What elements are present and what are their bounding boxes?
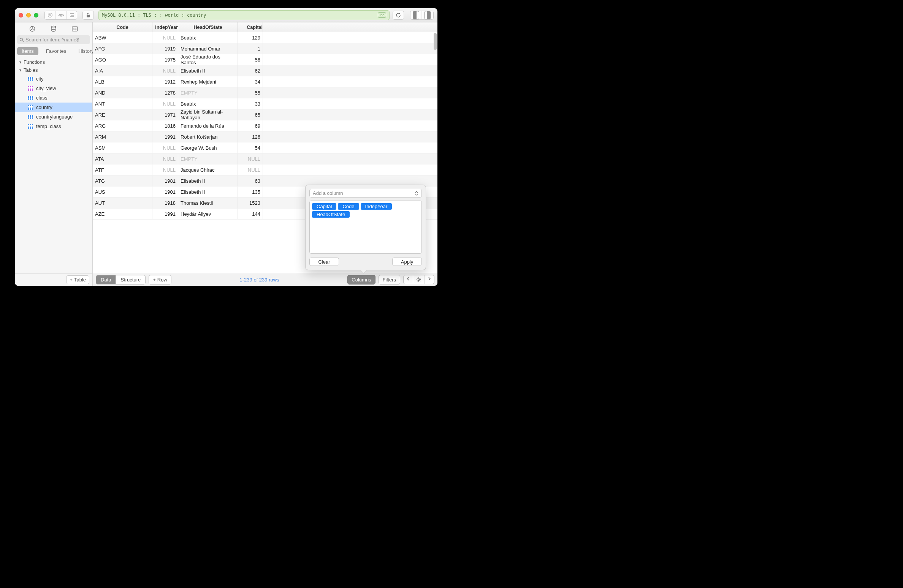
table-cell[interactable]: AUS — [93, 187, 152, 197]
data-tab[interactable]: Data — [96, 275, 116, 284]
lock-button[interactable] — [82, 11, 94, 20]
table-cell[interactable]: 65 — [238, 109, 263, 120]
column-header-code[interactable]: Code — [93, 22, 152, 32]
table-cell[interactable]: Zayid bin Sultan al-Nahayan — [178, 109, 238, 120]
table-row[interactable]: AND1278EMPTY55 — [93, 87, 437, 98]
tab-items[interactable]: Items — [17, 47, 38, 55]
close-button[interactable] — [19, 13, 23, 17]
table-cell[interactable]: 1919 — [152, 43, 178, 54]
table-cell[interactable]: Thomas Klestil — [178, 198, 238, 208]
table-cell[interactable]: ATA — [93, 153, 152, 164]
table-cell[interactable]: Robert Kotšarjan — [178, 131, 238, 142]
column-tag[interactable]: HeadOfState — [312, 211, 350, 218]
table-cell[interactable]: ANT — [93, 98, 152, 109]
table-cell[interactable]: ARM — [93, 131, 152, 142]
sidebar-item-city[interactable]: city — [15, 74, 92, 84]
table-cell[interactable]: 56 — [238, 54, 263, 65]
table-cell[interactable]: NULL — [152, 142, 178, 153]
filters-button[interactable]: Filters — [379, 275, 400, 285]
table-cell[interactable]: ARE — [93, 109, 152, 120]
table-cell[interactable]: AGO — [93, 54, 152, 65]
table-cell[interactable]: Beatrix — [178, 98, 238, 109]
table-row[interactable]: AIANULLElisabeth II62 — [93, 65, 437, 76]
table-cell[interactable]: Elisabeth II — [178, 175, 238, 186]
table-cell[interactable]: ARG — [93, 120, 152, 131]
table-cell[interactable]: Jacques Chirac — [178, 164, 238, 175]
table-cell[interactable]: NULL — [152, 153, 178, 164]
table-cell[interactable]: Fernando de la Rúa — [178, 120, 238, 131]
table-cell[interactable]: George W. Bush — [178, 142, 238, 153]
table-row[interactable]: ATFNULLJacques ChiracNULL — [93, 164, 437, 175]
table-cell[interactable]: NULL — [238, 164, 263, 175]
next-page-button[interactable] — [425, 275, 434, 284]
table-cell[interactable]: José Eduardo dos Santos — [178, 54, 238, 65]
add-table-button[interactable]: + Table — [66, 275, 89, 284]
table-cell[interactable]: AZE — [93, 209, 152, 219]
apply-button[interactable]: Apply — [392, 258, 422, 266]
table-cell[interactable]: 1975 — [152, 54, 178, 65]
column-tag[interactable]: IndepYear — [361, 203, 392, 210]
table-cell[interactable]: 63 — [238, 175, 263, 186]
table-cell[interactable]: EMPTY — [178, 87, 238, 98]
column-tag[interactable]: Code — [338, 203, 359, 210]
table-row[interactable]: AFG1919Mohammad Omar1 — [93, 43, 437, 54]
column-header-indepyear[interactable]: IndepYear — [152, 22, 178, 32]
view-button[interactable] — [55, 11, 66, 19]
table-cell[interactable]: ATG — [93, 175, 152, 186]
table-cell[interactable]: NULL — [152, 32, 178, 43]
table-cell[interactable]: Rexhep Mejdani — [178, 76, 238, 87]
prev-page-button[interactable] — [404, 275, 413, 284]
reload-button[interactable] — [393, 11, 404, 20]
sidebar-item-countrylanguage[interactable]: countrylanguage — [15, 112, 92, 122]
table-cell[interactable]: 135 — [238, 187, 263, 197]
tab-favorites[interactable]: Favorites — [41, 47, 71, 55]
functions-group[interactable]: Functions — [15, 58, 92, 66]
table-cell[interactable]: 1912 — [152, 76, 178, 87]
tables-group[interactable]: Tables — [15, 66, 92, 74]
table-row[interactable]: ANTNULLBeatrix33 — [93, 98, 437, 109]
column-tag[interactable]: Capital — [312, 203, 336, 210]
table-cell[interactable]: 69 — [238, 120, 263, 131]
table-cell[interactable]: Heydär Äliyev — [178, 209, 238, 219]
sidebar-item-class[interactable]: class — [15, 93, 92, 103]
table-row[interactable]: ASMNULLGeorge W. Bush54 — [93, 142, 437, 153]
column-header-headofstate[interactable]: HeadOfState — [178, 22, 238, 32]
connection-info[interactable]: MySQL 8.0.11 : TLS : : world : country l… — [98, 10, 390, 20]
table-row[interactable]: AGO1975José Eduardo dos Santos56 — [93, 54, 437, 65]
table-cell[interactable]: ATF — [93, 164, 152, 175]
table-cell[interactable]: 126 — [238, 131, 263, 142]
table-cell[interactable]: 1278 — [152, 87, 178, 98]
table-cell[interactable]: ABW — [93, 32, 152, 43]
clear-button[interactable]: Clear — [309, 258, 339, 266]
table-cell[interactable]: 144 — [238, 209, 263, 219]
table-cell[interactable]: 1981 — [152, 175, 178, 186]
table-cell[interactable]: NULL — [238, 153, 263, 164]
table-row[interactable]: ATANULLEMPTYNULL — [93, 153, 437, 164]
settings-button[interactable] — [413, 275, 425, 284]
table-cell[interactable]: 34 — [238, 76, 263, 87]
sidebar-item-country[interactable]: country — [15, 103, 92, 112]
table-cell[interactable]: 1991 — [152, 131, 178, 142]
column-header-capital[interactable]: Capital — [238, 22, 263, 32]
add-column-select[interactable]: Add a column — [309, 189, 422, 198]
table-cell[interactable]: ASM — [93, 142, 152, 153]
table-row[interactable]: ARM1991Robert Kotšarjan126 — [93, 131, 437, 142]
sidebar-item-city_view[interactable]: city_view — [15, 84, 92, 93]
structure-tab[interactable]: Structure — [116, 275, 145, 284]
table-row[interactable]: ALB1912Rexhep Mejdani34 — [93, 76, 437, 87]
table-cell[interactable]: Mohammad Omar — [178, 43, 238, 54]
table-cell[interactable]: 1816 — [152, 120, 178, 131]
scrollbar-thumb[interactable] — [434, 33, 437, 50]
database-tab-icon[interactable] — [48, 24, 59, 33]
table-cell[interactable]: AIA — [93, 65, 152, 76]
right-panel-toggle[interactable] — [422, 11, 433, 19]
table-cell[interactable]: AFG — [93, 43, 152, 54]
sidebar-item-temp_class[interactable]: temp_class — [15, 122, 92, 131]
table-cell[interactable]: NULL — [152, 164, 178, 175]
table-cell[interactable]: Beatrix — [178, 32, 238, 43]
table-cell[interactable]: 1991 — [152, 209, 178, 219]
table-cell[interactable]: 1971 — [152, 109, 178, 120]
table-cell[interactable]: AND — [93, 87, 152, 98]
search-input[interactable]: Search for item: ^name$ — [17, 35, 90, 44]
table-cell[interactable]: 33 — [238, 98, 263, 109]
